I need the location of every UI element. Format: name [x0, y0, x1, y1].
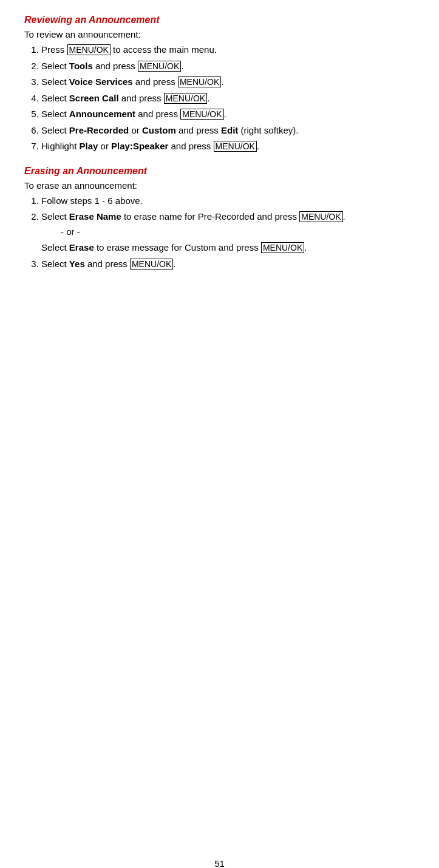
reviewing-section: Reviewing an Announcement To review an a…	[24, 15, 415, 154]
page-number: 51	[24, 858, 415, 868]
step3-keybox: MENU/OK	[178, 76, 221, 87]
step3-text3: .	[221, 76, 223, 87]
erase-step2-text1: Select	[41, 211, 69, 222]
step2-text2: and press	[93, 61, 138, 71]
erasing-intro: To erase an announcement:	[24, 180, 415, 191]
step6-bold1: Pre-Recorded	[69, 125, 129, 135]
step6-bold2: Custom	[142, 125, 176, 135]
step2-text1: Select	[41, 61, 69, 71]
step2-text3: .	[181, 61, 183, 71]
erase-step2-bold1: Erase Name	[69, 211, 121, 222]
erase-sub-keybox: MENU/OK	[261, 242, 304, 253]
step4-text2: and press	[119, 93, 164, 103]
erase-sub-text3: .	[304, 242, 307, 253]
reviewing-step-3: Select Voice Services and press MENU/OK.	[41, 75, 415, 89]
step3-bold1: Voice Services	[69, 76, 133, 87]
erase-step3-bold1: Yes	[69, 259, 85, 269]
erase-step3-text2: and press	[85, 259, 130, 269]
step7-keybox: MENU/OK	[214, 141, 257, 152]
step1-keybox: MENU/OK	[67, 44, 111, 55]
erasing-step-2: Select Erase Name to erase name for Pre-…	[41, 210, 415, 255]
reviewing-intro: To review an announcement:	[24, 29, 415, 39]
reviewing-step-7: Highlight Play or Play:Speaker and press…	[41, 140, 415, 154]
step3-text2: and press	[133, 76, 178, 87]
erase-step2-or: - or -	[61, 225, 415, 239]
erase-step3-keybox: MENU/OK	[130, 259, 173, 270]
step7-text2: or	[98, 141, 111, 151]
step5-keybox: MENU/OK	[180, 109, 223, 120]
step2-bold1: Tools	[69, 61, 93, 71]
step5-text1: Select	[41, 109, 69, 119]
step1-text2: to access the main menu.	[111, 44, 217, 55]
reviewing-step-2: Select Tools and press MENU/OK.	[41, 59, 415, 73]
step6-text2: or	[129, 125, 142, 135]
erase-step2-keybox1: MENU/OK	[299, 211, 342, 222]
reviewing-step-6: Select Pre-Recorded or Custom and press …	[41, 124, 415, 138]
step5-text2: and press	[135, 109, 180, 119]
step7-text3: and press	[168, 141, 213, 151]
step4-text1: Select	[41, 93, 69, 103]
step5-text3: .	[224, 109, 226, 119]
step4-bold1: Screen Call	[69, 93, 119, 103]
step7-text1: Highlight	[41, 141, 80, 151]
erase-step3-text3: .	[173, 259, 175, 269]
step6-text4: (right softkey).	[238, 125, 298, 135]
erase-sub-text2: to erase message for Custom and press	[94, 242, 261, 253]
step4-keybox: MENU/OK	[164, 93, 207, 104]
erasing-steps-list: Follow steps 1 - 6 above. Select Erase N…	[41, 194, 415, 271]
step2-keybox: MENU/OK	[138, 61, 181, 72]
erase-step3-text1: Select	[41, 259, 69, 269]
step6-text1: Select	[41, 125, 69, 135]
step6-bold3: Edit	[221, 125, 238, 135]
page-content: Reviewing an Announcement To review an a…	[24, 15, 415, 834]
step7-text4: .	[257, 141, 259, 151]
erase-sub-bold1: Erase	[69, 242, 94, 253]
erase-step2-text3: .	[343, 211, 345, 222]
step3-text1: Select	[41, 76, 69, 87]
erase-step2-text2: to erase name for Pre-Recorded and press	[121, 211, 299, 222]
erasing-heading: Erasing an Announcement	[24, 166, 415, 177]
reviewing-step-5: Select Announcement and press MENU/OK.	[41, 107, 415, 121]
step4-text3: .	[207, 93, 209, 103]
erase-step1-text: Follow steps 1 - 6 above.	[41, 195, 143, 206]
step6-text3: and press	[176, 125, 221, 135]
erase-sub-text1: Select	[41, 242, 69, 253]
step1-text1: Press	[41, 44, 67, 55]
reviewing-step-4: Select Screen Call and press MENU/OK.	[41, 92, 415, 106]
reviewing-step-1: Press MENU/OK to access the main menu.	[41, 43, 415, 57]
step7-bold2: Play:Speaker	[111, 141, 168, 151]
erasing-step-3: Select Yes and press MENU/OK.	[41, 257, 415, 271]
erasing-section: Erasing an Announcement To erase an anno…	[24, 166, 415, 271]
reviewing-heading: Reviewing an Announcement	[24, 15, 415, 25]
erase-step2-sub: Select Erase to erase message for Custom…	[41, 241, 415, 255]
step7-bold1: Play	[80, 141, 98, 151]
step5-bold1: Announcement	[69, 109, 135, 119]
reviewing-steps-list: Press MENU/OK to access the main menu. S…	[41, 43, 415, 154]
erasing-step-1: Follow steps 1 - 6 above.	[41, 194, 415, 208]
